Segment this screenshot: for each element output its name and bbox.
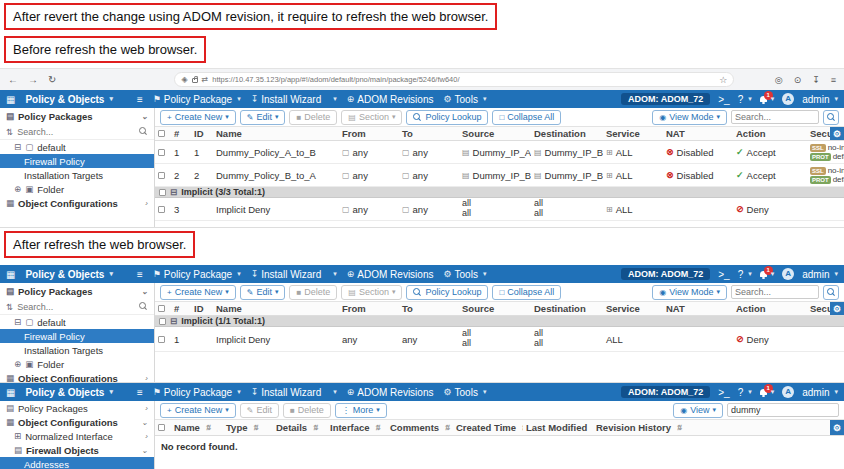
sidebar-item-installation-targets[interactable]: Installation Targets — [0, 343, 154, 357]
app-grid-icon[interactable]: ▦ — [6, 269, 15, 280]
policy-lookup-button[interactable]: Policy Lookup — [406, 110, 488, 125]
collapse-all-button[interactable]: □Collapse All — [492, 110, 561, 125]
column-details[interactable]: Details⇅ — [273, 422, 327, 433]
help-icon[interactable]: ?▾ — [738, 269, 752, 280]
sidebar-item-object-configurations[interactable]: ▦Object Configurations⌄ — [0, 415, 154, 429]
menu-adom-revisions[interactable]: ⊕ADOM Revisions — [347, 387, 434, 398]
cli-console-icon[interactable]: >_ — [718, 269, 729, 280]
sidebar-item-folder[interactable]: ⊕▣Folder — [0, 357, 154, 371]
sidebar-collapse-icon[interactable]: ≡ — [137, 269, 143, 280]
sidebar-collapse-icon[interactable]: ≡ — [137, 387, 143, 398]
view-button[interactable]: ◉View▾ — [673, 403, 723, 418]
column-settings-icon[interactable]: ⚙ — [830, 420, 844, 435]
section-checkbox[interactable] — [159, 318, 166, 325]
implicit-section-row[interactable]: ⊟ Implicit (1/1 Total:1) — [155, 316, 844, 327]
adom-badge[interactable]: ADOM: ADOM_72 — [621, 93, 710, 105]
user-menu[interactable]: admin▾ — [802, 94, 838, 105]
cli-console-icon[interactable]: >_ — [718, 387, 729, 398]
user-menu[interactable]: admin▾ — [802, 269, 838, 280]
menu-install-wizard[interactable]: ↧Install Wizard — [251, 94, 322, 105]
policy-row-2[interactable]: 2 2 Dummy_Policy_B_to_A ▢any ▢any ▤Dummy… — [155, 164, 844, 187]
row-checkbox[interactable] — [158, 336, 165, 343]
policy-lookup-button[interactable]: Policy Lookup — [406, 285, 488, 300]
sidebar-item-object-configurations[interactable]: ▦Object Configurations› — [0, 371, 154, 383]
row-checkbox[interactable] — [158, 206, 165, 213]
notifications-icon[interactable]: 1▾ — [760, 388, 775, 396]
help-icon[interactable]: ?▾ — [738, 387, 752, 398]
section-checkbox[interactable] — [159, 189, 166, 196]
row-checkbox[interactable] — [158, 149, 165, 156]
view-mode-button[interactable]: ◉View Mode▾ — [652, 285, 727, 300]
sidebar-policy-packages-header[interactable]: ▤Policy Packages⌄ — [0, 108, 154, 124]
user-menu[interactable]: admin▾ — [802, 387, 838, 398]
browser-account-icon[interactable]: ⊙ — [794, 75, 802, 85]
edit-button[interactable]: ✎Edit — [240, 403, 279, 418]
delete-button[interactable]: ■Delete — [289, 285, 337, 300]
delete-button[interactable]: ■Delete — [283, 403, 331, 418]
section-button[interactable]: ▤Section▾ — [341, 110, 402, 125]
select-all-checkbox[interactable] — [158, 305, 165, 312]
browser-back-icon[interactable]: ← — [8, 74, 18, 85]
sidebar-item-firewall-objects[interactable]: ▤Firewall Objects⌄ — [0, 443, 154, 457]
policy-search-button[interactable] — [823, 285, 839, 300]
install-wizard-caret[interactable]: ▾ — [331, 388, 337, 396]
more-button[interactable]: ⋮More▾ — [335, 403, 387, 418]
column-created-time[interactable]: Created Time⇅ — [453, 422, 523, 433]
search-icon[interactable] — [139, 302, 148, 311]
sidebar-item-addresses[interactable]: Addresses — [0, 457, 154, 469]
address-bar[interactable]: ◈ ⇄ https://10.47.35.123/p/app/#!/adom/d… — [174, 72, 734, 87]
row-checkbox[interactable] — [158, 172, 165, 179]
column-interface[interactable]: Interface⇅ — [327, 422, 387, 433]
sort-icon[interactable]: ⇅ — [6, 127, 13, 137]
sidebar-item-default-package[interactable]: ⊟▢default — [0, 315, 154, 329]
menu-install-wizard[interactable]: ↧Install Wizard — [251, 269, 322, 280]
site-shield-icon[interactable]: ◈ — [181, 75, 187, 84]
browser-downloads-icon[interactable]: ↧ — [812, 75, 820, 85]
policy-search-input[interactable] — [731, 285, 819, 299]
sidebar-item-default-package[interactable]: ⊟▢default — [0, 140, 154, 154]
menu-tools[interactable]: ⚙Tools▾ — [443, 387, 486, 398]
sidebar-item-object-configurations[interactable]: ▦Object Configurations› — [0, 196, 154, 210]
browser-reload-icon[interactable]: ↻ — [48, 74, 56, 85]
column-type[interactable]: Type⇅ — [223, 422, 273, 433]
bookmark-star-icon[interactable]: ☆ — [719, 75, 727, 85]
implicit-deny-row[interactable]: 1 Implicit Deny any any allall allall AL… — [155, 327, 844, 352]
view-mode-button[interactable]: ◉View Mode▾ — [652, 110, 727, 125]
collapse-all-button[interactable]: □Collapse All — [492, 285, 561, 300]
implicit-deny-row[interactable]: 3 Implicit Deny ▢any ▢any allall allall … — [155, 198, 844, 221]
menu-adom-revisions[interactable]: ⊕ADOM Revisions — [347, 94, 434, 105]
edit-button[interactable]: ✎Edit▾ — [240, 285, 286, 300]
menu-adom-revisions[interactable]: ⊕ADOM Revisions — [347, 269, 434, 280]
edit-button[interactable]: ✎Edit▾ — [240, 110, 286, 125]
app-grid-icon[interactable]: ▦ — [6, 94, 15, 105]
sidebar-item-policy-packages[interactable]: ▤Policy Packages› — [0, 401, 154, 415]
column-comments[interactable]: Comments⇅ — [387, 422, 453, 433]
menu-policy-package[interactable]: ⚑Policy Package▾ — [153, 94, 241, 105]
delete-button[interactable]: ■Delete — [289, 110, 337, 125]
url-text[interactable]: https://10.47.35.123/p/app/#!/adom/defau… — [212, 75, 715, 84]
sidebar-item-installation-targets[interactable]: Installation Targets — [0, 168, 154, 182]
browser-menu-icon[interactable]: ≡ — [831, 75, 836, 85]
menu-policy-package[interactable]: ⚑Policy Package▾ — [153, 387, 241, 398]
collapse-section-icon[interactable]: ⊟ — [170, 187, 177, 197]
menu-tools[interactable]: ⚙Tools▾ — [443, 94, 486, 105]
help-icon[interactable]: ?▾ — [738, 94, 752, 105]
column-settings-icon[interactable]: ⚙ — [830, 127, 844, 140]
menu-tools[interactable]: ⚙Tools▾ — [443, 269, 486, 280]
sidebar-search-input[interactable] — [17, 301, 135, 313]
sidebar-item-firewall-policy[interactable]: Firewall Policy — [0, 154, 154, 168]
column-last-modified[interactable]: Last Modified⇅ — [523, 422, 593, 433]
sidebar-search-input[interactable] — [17, 126, 135, 138]
create-new-button[interactable]: +Create New▾ — [160, 403, 236, 418]
sidebar-item-folder[interactable]: ⊕▣Folder — [0, 182, 154, 196]
notifications-icon[interactable]: 1▾ — [760, 95, 775, 103]
column-revision-history[interactable]: Revision History⇅ — [593, 422, 844, 433]
browser-forward-icon[interactable]: → — [28, 74, 38, 85]
adom-badge[interactable]: ADOM: ADOM_72 — [621, 386, 710, 398]
sort-icon[interactable]: ⇅ — [6, 302, 13, 312]
select-all-checkbox[interactable] — [158, 130, 165, 137]
adom-badge[interactable]: ADOM: ADOM_72 — [621, 268, 710, 280]
menu-policy-package[interactable]: ⚑Policy Package▾ — [153, 269, 241, 280]
sidebar-item-normalized-interface[interactable]: ⊞Normalized Interface› — [0, 429, 154, 443]
app-grid-icon[interactable]: ▦ — [6, 387, 15, 398]
